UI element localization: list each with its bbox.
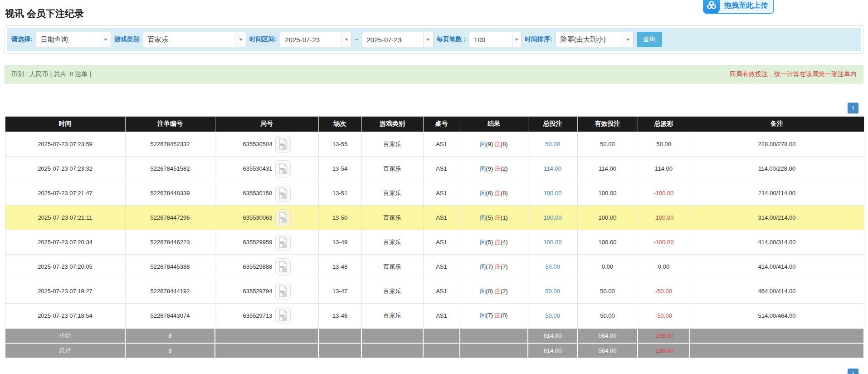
- banker-result-value: (4): [501, 239, 508, 246]
- query-mode-label: 请选择:: [11, 35, 33, 44]
- round-id-value: 635529794: [243, 288, 272, 295]
- banker-result-value: (0): [501, 312, 508, 319]
- banker-result-value: (7): [501, 263, 508, 270]
- header-payout: 总派彩: [638, 117, 690, 132]
- video-record-icon[interactable]: [275, 307, 291, 324]
- video-record-icon[interactable]: [275, 209, 291, 226]
- total-total-bet: 614.00: [528, 343, 577, 358]
- bet-records-table: 时间 注单编号 局号 场次 游戏类别 桌号 结果 总投注 有效投注 总派彩 备注…: [5, 116, 864, 359]
- header-remark: 备注: [690, 117, 864, 132]
- date-from-select[interactable]: [280, 32, 351, 47]
- cell-round-id: 635529959: [215, 230, 318, 255]
- total-label: 总计: [5, 343, 125, 358]
- video-record-icon[interactable]: [275, 234, 291, 251]
- total-bet-link[interactable]: 50.00: [545, 312, 560, 319]
- cell-payout: -50.00: [638, 279, 690, 304]
- video-record-icon[interactable]: [275, 258, 291, 276]
- page: 视讯 会员下注纪录 拖拽至此上传 请选择: 游戏类别 时间区间:: [0, 0, 868, 374]
- search-button[interactable]: 查询: [637, 32, 662, 47]
- cell-session: 13-46: [318, 304, 361, 328]
- total-bet-link[interactable]: 50.00: [545, 141, 560, 148]
- cell-valid-bet: 100.00: [577, 181, 638, 206]
- valid-bet-note: 同局有效投注，统一计算在该局第一张注单内: [730, 70, 857, 79]
- total-bet-link[interactable]: 50.00: [545, 263, 560, 270]
- player-result-value: (7): [486, 263, 495, 270]
- chevron-down-icon[interactable]: [235, 32, 245, 47]
- header-game-type: 游戏类别: [361, 117, 423, 132]
- chevron-down-icon[interactable]: [341, 32, 351, 47]
- player-result-value: (9): [486, 141, 495, 148]
- subtotal-valid-bet: 564.00: [577, 328, 638, 343]
- cell-table-no: AS1: [423, 279, 460, 304]
- cell-time: 2025-07-23 07:21:47: [5, 181, 125, 206]
- header-session: 场次: [318, 117, 361, 132]
- cell-bet-id: 522678444192: [125, 279, 215, 304]
- video-record-icon[interactable]: [275, 185, 291, 202]
- cell-game-type: 百家乐: [361, 230, 423, 255]
- table-row: 2025-07-23 07:18:54 522678443074 6355297…: [5, 304, 864, 328]
- player-result-label: 闲: [480, 263, 486, 270]
- sort-value[interactable]: [556, 32, 623, 47]
- chevron-down-icon[interactable]: [512, 32, 522, 47]
- cell-time: 2025-07-23 07:18:54: [5, 304, 125, 328]
- cell-game-type: 百家乐: [361, 181, 423, 206]
- cell-table-no: AS1: [423, 230, 460, 255]
- page-size-select[interactable]: [469, 32, 522, 47]
- game-type-value[interactable]: [143, 32, 235, 47]
- video-record-icon[interactable]: [275, 136, 291, 153]
- cell-remark: 414.00/314.00: [690, 230, 864, 255]
- cell-session: 13-54: [318, 157, 361, 181]
- chevron-down-icon[interactable]: [423, 32, 433, 47]
- total-row: 总计 8 614.00 564.00 -236.00: [5, 343, 864, 358]
- cell-round-id: 635530063: [215, 206, 318, 230]
- cell-time: 2025-07-23 07:20:34: [5, 230, 125, 255]
- round-id-value: 635529888: [243, 263, 272, 270]
- sort-label: 时间排序:: [525, 35, 552, 44]
- header-valid-bet: 有效投注: [577, 117, 638, 132]
- game-type-select[interactable]: [143, 32, 246, 47]
- total-bet-link[interactable]: 100.00: [544, 239, 562, 246]
- total-bet-link[interactable]: 50.00: [545, 288, 560, 295]
- total-count: 8: [125, 343, 215, 358]
- cell-session: 13-47: [318, 279, 361, 304]
- cell-total-bet: 100.00: [528, 206, 577, 230]
- player-result-label: 闲: [480, 214, 486, 221]
- video-record-icon[interactable]: [275, 160, 291, 177]
- video-record-icon[interactable]: [275, 283, 291, 300]
- total-bet-link[interactable]: 100.00: [544, 214, 562, 221]
- query-mode-value[interactable]: [36, 32, 101, 47]
- subtotal-row: 小计 8 614.00 564.00 -236.00: [5, 328, 864, 343]
- cell-valid-bet: 50.00: [577, 279, 638, 304]
- banker-result-label: 庄: [495, 141, 501, 148]
- game-type-label: 游戏类别: [114, 35, 140, 44]
- query-mode-select[interactable]: [36, 32, 111, 47]
- chevron-down-icon[interactable]: [623, 32, 633, 47]
- cell-session: 13-49: [318, 230, 361, 255]
- page-size-value[interactable]: [469, 32, 512, 47]
- date-to-value[interactable]: [362, 32, 423, 47]
- range-separator: ~: [355, 36, 358, 43]
- cell-valid-bet: 50.00: [577, 304, 638, 328]
- date-from-value[interactable]: [280, 32, 341, 47]
- netdisk-cloud-icon: [703, 0, 720, 13]
- chevron-down-icon[interactable]: [101, 32, 111, 47]
- banker-result-label: 庄: [495, 288, 501, 295]
- round-id-value: 635529959: [243, 239, 272, 246]
- round-id-value: 635529713: [243, 312, 272, 319]
- header-total-bet: 总投注: [528, 117, 577, 132]
- filter-panel: 请选择: 游戏类别 时间区间: ~ 每页笔数 :: [5, 25, 863, 54]
- player-result-label: 闲: [480, 239, 486, 246]
- time-range-label: 时间区间:: [249, 35, 277, 44]
- drag-upload-dropzone[interactable]: 拖拽至此上传: [703, 0, 774, 14]
- banker-result-label: 庄: [495, 214, 501, 221]
- page-button-1-bottom[interactable]: 1: [848, 369, 858, 374]
- date-to-select[interactable]: [362, 32, 434, 47]
- cell-remark: 514.00/464.00: [690, 304, 864, 328]
- sort-select[interactable]: [556, 32, 634, 47]
- total-bet-link[interactable]: 100.00: [544, 190, 562, 197]
- cell-game-type: 百家乐: [361, 206, 423, 230]
- total-bet-link[interactable]: 114.00: [544, 165, 561, 172]
- cell-remark: 228.00/278.00: [690, 132, 864, 157]
- cell-remark: 314.00/214.00: [690, 206, 864, 230]
- page-button-1[interactable]: 1: [848, 103, 858, 113]
